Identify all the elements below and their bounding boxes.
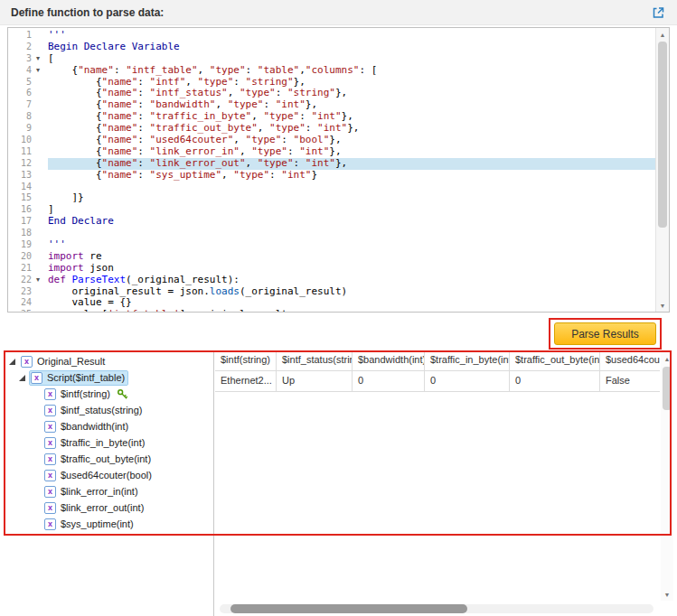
line-number: 23 bbox=[8, 286, 48, 298]
editor-vertical-scrollbar[interactable]: ▲ ▼ bbox=[655, 28, 669, 312]
result-tree[interactable]: xOriginal_ResultxScript($intf_table)x$in… bbox=[4, 350, 214, 616]
page-title: Define function to parse data: bbox=[11, 6, 164, 19]
line-number: 25 bbox=[8, 309, 48, 312]
table-vertical-scrollbar[interactable]: ▲ ▼ bbox=[661, 352, 673, 601]
column-header[interactable]: $intf_status(string) bbox=[277, 350, 353, 370]
fold-gutter bbox=[32, 228, 44, 239]
line-number: 7 bbox=[8, 99, 48, 111]
editor-code-area[interactable]: '''Begin Declare Variable[ {"name": "int… bbox=[48, 28, 655, 312]
open-in-new-window-icon[interactable] bbox=[651, 5, 665, 20]
tree-item-label: $traffic_in_byte(int) bbox=[61, 437, 145, 448]
tree-item-label: $intf_status(string) bbox=[61, 405, 142, 415]
table-cell[interactable]: 0 bbox=[510, 371, 600, 391]
column-header[interactable]: $bandwidth(int) bbox=[353, 350, 425, 370]
variable-icon: x bbox=[44, 388, 56, 400]
code-line[interactable]: Begin Declare Variable bbox=[48, 42, 655, 53]
table-row[interactable]: Ethernet2...Up000False bbox=[215, 371, 660, 392]
table-header-row: $intf(string)$intf_status(string)$bandwi… bbox=[215, 350, 660, 371]
scroll-up-icon[interactable]: ▲ bbox=[656, 28, 669, 41]
tree-item[interactable]: x$used64couter(bool) bbox=[4, 467, 213, 483]
fold-toggle-icon[interactable]: ▾ bbox=[32, 275, 44, 286]
variable-icon: x bbox=[44, 518, 56, 530]
line-number: 22▾ bbox=[8, 275, 48, 286]
tree-item-label: $used64couter(bool) bbox=[61, 470, 152, 481]
column-header[interactable]: $used64cou bbox=[600, 350, 660, 370]
scrollbar-track[interactable] bbox=[656, 41, 669, 299]
scroll-down-icon[interactable]: ▼ bbox=[656, 299, 669, 312]
code-line[interactable]: import re bbox=[48, 251, 655, 263]
code-line[interactable] bbox=[48, 182, 655, 193]
fold-gutter bbox=[32, 42, 44, 53]
scrollbar-thumb[interactable] bbox=[230, 604, 467, 613]
tree-expanded-icon[interactable] bbox=[19, 375, 25, 381]
tree-item[interactable]: x$sys_uptime(int) bbox=[4, 516, 213, 532]
column-header[interactable]: $traffic_in_byte(int) bbox=[425, 350, 510, 370]
tree-item[interactable]: x$intf(string) bbox=[4, 386, 213, 402]
scroll-up-icon[interactable]: ▲ bbox=[661, 352, 673, 365]
code-line[interactable]: ]} bbox=[48, 192, 655, 204]
code-line[interactable]: ] bbox=[48, 204, 655, 216]
table-horizontal-scrollbar[interactable] bbox=[220, 604, 653, 613]
code-line[interactable]: {"name": "sys_uptime", "type": "int"} bbox=[48, 170, 655, 182]
tree-item[interactable]: x$intf_status(string) bbox=[4, 402, 213, 418]
fold-toggle-icon[interactable]: ▾ bbox=[32, 65, 44, 77]
table-cell[interactable]: 0 bbox=[353, 371, 425, 391]
column-header[interactable]: $intf(string) bbox=[215, 350, 277, 370]
tree-item[interactable]: xScript($intf_table) bbox=[4, 369, 213, 386]
fold-gutter bbox=[32, 309, 44, 312]
code-editor[interactable]: 123▾4▾5678910111213141516171819202122▾23… bbox=[7, 27, 670, 313]
table-cell[interactable]: Ethernet2... bbox=[215, 371, 277, 391]
fold-gutter bbox=[32, 99, 44, 111]
result-table-area: $intf(string)$intf_status(string)$bandwi… bbox=[215, 350, 673, 616]
variable-icon: x bbox=[21, 356, 33, 368]
line-number: 8 bbox=[8, 111, 48, 123]
scrollbar-track[interactable] bbox=[661, 365, 673, 588]
tree-item[interactable]: x$traffic_in_byte(int) bbox=[4, 434, 213, 451]
fold-gutter bbox=[32, 297, 44, 309]
tree-item-label: $link_error_out(int) bbox=[61, 502, 144, 513]
fold-gutter bbox=[32, 135, 44, 146]
tree-item[interactable]: x$bandwidth(int) bbox=[4, 418, 213, 434]
code-line[interactable]: End Declare bbox=[48, 216, 655, 228]
fold-gutter bbox=[32, 77, 44, 89]
table-cell[interactable]: 0 bbox=[425, 371, 510, 391]
code-line[interactable]: value['intf_table']= original_result bbox=[48, 309, 655, 312]
scrollbar-thumb[interactable] bbox=[663, 367, 672, 410]
parse-results-button[interactable]: Parse Results bbox=[554, 322, 656, 345]
fold-toggle-icon[interactable]: ▾ bbox=[32, 53, 44, 65]
line-number: 14 bbox=[8, 182, 48, 193]
parser-definition-screen: Define function to parse data: 123▾4▾567… bbox=[0, 0, 677, 616]
fold-gutter bbox=[32, 146, 44, 158]
line-number: 5 bbox=[8, 77, 48, 89]
tree-item-label: $bandwidth(int) bbox=[61, 421, 128, 432]
table-cell[interactable]: False bbox=[600, 371, 660, 391]
fold-gutter bbox=[32, 192, 44, 204]
tree-item[interactable]: xOriginal_Result bbox=[4, 353, 213, 369]
tree-item[interactable]: x$link_error_in(int) bbox=[4, 483, 213, 499]
tree-expanded-icon[interactable] bbox=[9, 359, 15, 365]
line-number: 21 bbox=[8, 263, 48, 275]
results-panel: xOriginal_ResultxScript($intf_table)x$in… bbox=[4, 350, 673, 616]
line-number: 6 bbox=[8, 88, 48, 99]
fold-gutter bbox=[32, 182, 44, 193]
variable-icon: x bbox=[44, 470, 56, 481]
tree-item-label: $intf(string) bbox=[61, 388, 110, 399]
code-line[interactable] bbox=[48, 228, 655, 239]
tree-item[interactable]: x$link_error_out(int) bbox=[4, 499, 213, 516]
scroll-down-icon[interactable]: ▼ bbox=[661, 588, 673, 601]
line-number: 13 bbox=[8, 170, 48, 182]
line-number: 19 bbox=[8, 239, 48, 251]
line-number: 24 bbox=[8, 297, 48, 309]
scrollbar-thumb[interactable] bbox=[658, 42, 667, 228]
code-line[interactable]: ''' bbox=[48, 239, 655, 251]
line-number: 12 bbox=[8, 158, 48, 170]
variable-icon: x bbox=[44, 437, 56, 449]
tree-item[interactable]: x$traffic_out_byte(int) bbox=[4, 451, 213, 467]
column-header[interactable]: $traffic_out_byte(int) bbox=[510, 350, 600, 370]
table-cell[interactable]: Up bbox=[277, 371, 353, 391]
result-table[interactable]: $intf(string)$intf_status(string)$bandwi… bbox=[215, 350, 660, 392]
code-line[interactable]: original_result = json.loads(_original_r… bbox=[48, 286, 655, 298]
fold-gutter bbox=[32, 204, 44, 216]
line-number: 1 bbox=[8, 30, 48, 42]
fold-gutter bbox=[32, 251, 44, 263]
